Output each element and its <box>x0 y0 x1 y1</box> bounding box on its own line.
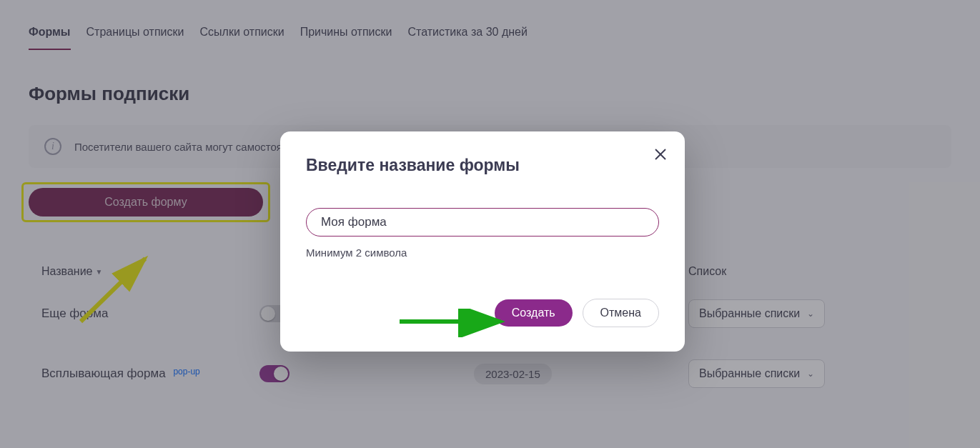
close-icon <box>654 148 667 161</box>
modal-title: Введите название формы <box>306 156 659 175</box>
submit-create-button[interactable]: Создать <box>495 299 573 327</box>
close-button[interactable] <box>650 144 670 164</box>
cancel-button[interactable]: Отмена <box>583 299 659 327</box>
create-form-modal: Введите название формы Минимум 2 символа… <box>280 131 685 352</box>
input-hint: Минимум 2 символа <box>306 247 659 259</box>
form-name-input[interactable] <box>306 208 659 237</box>
